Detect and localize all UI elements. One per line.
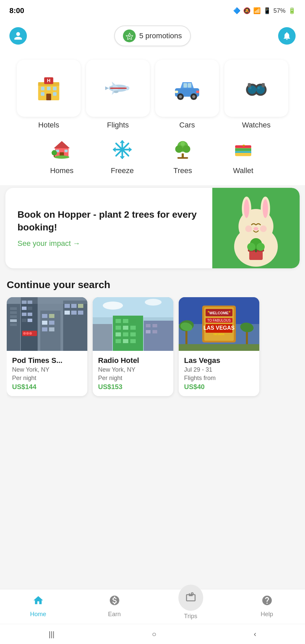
trips-nav-circle[interactable] (178, 585, 203, 611)
svg-rect-112 (71, 304, 77, 308)
trips-nav-label: Trips (184, 613, 197, 620)
svg-rect-86 (255, 249, 257, 252)
promo-link[interactable]: See your impact → (17, 239, 202, 248)
svg-text:%: % (128, 35, 131, 38)
system-menu-button[interactable]: ||| (49, 630, 54, 639)
svg-point-43 (52, 150, 57, 156)
card-name-radio: Radio Hotel (98, 356, 168, 365)
svg-rect-134 (123, 332, 128, 336)
svg-point-59 (175, 145, 183, 153)
svg-text:TO FABULOUS: TO FABULOUS (207, 319, 231, 322)
notifications-button[interactable] (278, 27, 296, 45)
nav-home[interactable]: Home (21, 595, 55, 620)
category-row-1: H Hotels (7, 60, 298, 129)
status-time: 8:00 (9, 6, 24, 15)
svg-rect-141 (146, 324, 150, 327)
bottom-nav: Home Earn Trips Help (0, 589, 305, 624)
bluetooth-icon: 🔷 (233, 7, 241, 14)
svg-text:H: H (47, 78, 50, 83)
card-sub-vegas: Flights from (184, 375, 254, 382)
promotions-button[interactable]: % 5 promotions (114, 25, 190, 46)
category-hotels[interactable]: H Hotels (17, 60, 81, 129)
volume-icon: 🔕 (243, 7, 251, 14)
category-flights[interactable]: Flights (86, 60, 150, 129)
card-price-vegas: US$40 (184, 383, 254, 391)
svg-rect-7 (53, 87, 57, 91)
svg-point-78 (260, 225, 267, 232)
svg-point-25 (192, 95, 195, 98)
svg-rect-9 (53, 92, 57, 96)
svg-rect-142 (152, 324, 157, 327)
category-homes[interactable]: Homes (38, 136, 85, 175)
svg-text:NEVADA: NEVADA (214, 333, 225, 336)
svg-rect-121 (7, 297, 87, 304)
card-location-pod: New York, NY (12, 366, 82, 373)
svg-rect-110 (63, 301, 87, 351)
svg-point-125 (145, 299, 162, 306)
svg-rect-135 (130, 332, 136, 336)
svg-rect-115 (71, 311, 77, 315)
svg-rect-137 (123, 339, 128, 343)
signal-icon: 📱 (263, 7, 271, 14)
svg-rect-132 (130, 326, 136, 330)
cars-icon-box (155, 60, 219, 117)
svg-rect-143 (146, 330, 150, 333)
system-home-button[interactable]: ○ (152, 630, 156, 639)
wallet-label: Wallet (233, 166, 253, 175)
card-name-vegas: Las Vegas (184, 356, 254, 365)
svg-rect-131 (123, 326, 128, 330)
system-back-button[interactable]: ‹ (254, 630, 256, 639)
promo-title: Book on Hopper - plant 2 trees for every… (17, 208, 202, 234)
search-card-vegas[interactable]: WELCOME TO FABULOUS LAS VEGAS NEVADA ★ ★… (179, 297, 259, 396)
nav-trips[interactable]: Trips (174, 595, 208, 620)
category-section: H Hotels (0, 53, 305, 185)
promo-banner-text: Book on Hopper - plant 2 trees for every… (5, 188, 212, 268)
svg-rect-44 (54, 155, 55, 157)
svg-point-120 (29, 332, 32, 335)
category-row-2: Homes (7, 136, 298, 175)
svg-rect-10 (46, 94, 51, 100)
svg-point-76 (254, 227, 258, 230)
card-sub-pod: Per night (12, 375, 82, 382)
svg-rect-90 (10, 311, 17, 314)
flights-icon-box (86, 60, 150, 117)
svg-text:WELCOME: WELCOME (209, 311, 228, 315)
trees-icon (172, 136, 193, 163)
svg-text:LAS VEGAS: LAS VEGAS (204, 325, 235, 331)
category-wallet[interactable]: Wallet (220, 136, 267, 175)
card-location-radio: New York, NY (98, 366, 168, 373)
home-nav-icon (33, 595, 44, 609)
svg-point-34 (258, 87, 260, 89)
svg-rect-127 (116, 319, 121, 323)
search-card-radio[interactable]: Radio Hotel New York, NY Per night US$15… (93, 297, 173, 396)
category-watches[interactable]: Watches (224, 60, 288, 129)
hopper-mascot (219, 188, 293, 268)
svg-rect-20 (183, 83, 187, 88)
battery-icon: 🔋 (288, 7, 296, 14)
svg-rect-130 (116, 326, 121, 330)
nav-help[interactable]: Help (250, 595, 284, 620)
svg-point-73 (244, 199, 249, 218)
search-card-pod[interactable]: Pod Times S... New York, NY Per night US… (7, 297, 87, 396)
category-trees[interactable]: Trees (159, 136, 206, 175)
user-avatar[interactable] (9, 27, 27, 45)
svg-rect-101 (22, 319, 27, 322)
nav-earn[interactable]: Earn (98, 595, 131, 620)
help-nav-icon (261, 595, 273, 609)
svg-point-85 (257, 243, 265, 251)
trees-label: Trees (173, 166, 192, 175)
promo-badge-icon: % (123, 30, 136, 42)
svg-rect-97 (22, 307, 27, 310)
svg-rect-136 (116, 339, 121, 343)
homes-label: Homes (50, 166, 74, 175)
flights-label: Flights (107, 121, 129, 129)
svg-rect-94 (21, 297, 38, 351)
svg-rect-139 (93, 324, 112, 351)
watches-label: Watches (242, 121, 271, 129)
svg-rect-8 (41, 92, 45, 96)
category-freeze[interactable]: Freeze (99, 136, 146, 175)
category-cars[interactable]: Cars (155, 60, 219, 129)
card-name-pod: Pod Times S... (12, 356, 82, 365)
svg-point-17 (114, 91, 118, 93)
promo-banner[interactable]: Book on Hopper - plant 2 trees for every… (5, 188, 300, 268)
